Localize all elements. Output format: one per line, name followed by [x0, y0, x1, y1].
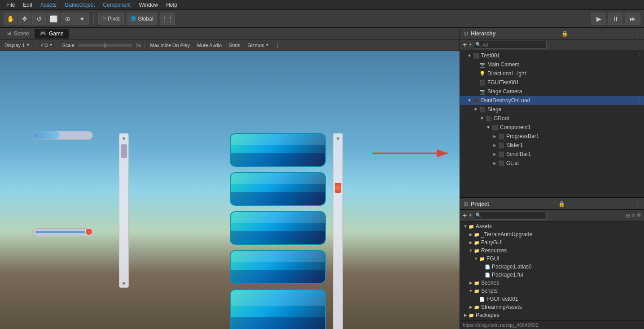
project-tree: ▼ 📁 Assets ▶ 📁 _TerrainAutoUpgrade ▶ 📁 F… [460, 221, 644, 320]
tree-item-test001[interactable]: ▼ ⬛ Test001 ⋮ [460, 51, 644, 60]
rect-tool[interactable]: ⊕ [61, 13, 74, 25]
tree-arrow-stage[interactable]: ▼ [473, 106, 479, 113]
mute-btn[interactable]: Mute Audio [195, 42, 223, 48]
step-button[interactable]: ⏭ [625, 13, 640, 25]
proj-file-icon-atlas0: 📄 [484, 264, 491, 270]
game-toolbar-menu[interactable]: ⋮ [275, 42, 281, 49]
project-menu-icon[interactable]: ⋮ [634, 200, 640, 208]
hierarchy-lock-icon[interactable]: 🔒 [561, 30, 568, 37]
tree-item-groot[interactable]: ▼ ⬛ GRoot [460, 114, 644, 123]
proj-item-fgui[interactable]: ▼ 📁 FGUI [460, 255, 644, 263]
proj-item-packages[interactable]: ▶ 📁 Packages [460, 311, 644, 319]
proj-item-scenes[interactable]: ▶ 📁 Scenes [460, 279, 644, 287]
tree-arrow-progressbar1[interactable]: ▶ [491, 133, 498, 139]
proj-arrow-packages[interactable]: ▶ [463, 312, 468, 318]
proj-arrow-streaming[interactable]: ▶ [468, 304, 473, 310]
tree-item-stage-camera[interactable]: 📷 Stage Camera [460, 87, 644, 96]
menu-assets[interactable]: Assets [37, 1, 60, 9]
hand-tool[interactable]: ✋ [4, 13, 17, 25]
proj-item-resources[interactable]: ▼ 📁 Resources [460, 247, 644, 255]
tree-item-fguitest001[interactable]: ⬛ FGUITest001 [460, 78, 644, 87]
menu-help[interactable]: Help [162, 1, 181, 9]
scroll-up-arrow[interactable]: ▲ [120, 134, 128, 142]
proj-arrow-terrain[interactable]: ▶ [468, 231, 473, 238]
list-button-1[interactable] [230, 133, 326, 167]
proj-item-terrain[interactable]: ▶ 📁 _TerrainAutoUpgrade [460, 230, 644, 238]
tree-item-dontdestroy[interactable]: ▼ ⬛ DontDestroyOnLoad ⋮ [460, 96, 644, 105]
pause-button[interactable]: ⏸ [608, 13, 623, 25]
multi-tool[interactable]: ✦ [75, 13, 89, 25]
scroll-down-arrow[interactable]: ▼ [120, 279, 128, 287]
slider-widget[interactable] [32, 228, 93, 236]
tree-item-stage[interactable]: ▼ ⬛ Stage [460, 105, 644, 114]
tree-item-main-camera[interactable]: 📷 Main Camera [460, 60, 644, 69]
scale-tool[interactable]: ⬜ [47, 13, 60, 25]
play-button[interactable]: ▶ [591, 13, 606, 25]
tree-arrow-dontdestroy[interactable]: ▼ [466, 97, 473, 104]
proj-item-streamingassets[interactable]: ▶ 📁 StreamingAssets [460, 303, 644, 311]
project-view-icon[interactable]: ⊞ [626, 212, 630, 219]
tree-arrow-slider1[interactable]: ▶ [491, 142, 498, 148]
vertical-scrollbar-right[interactable]: ▲ ▼ [333, 133, 343, 329]
grid-button[interactable]: ⋮⋮ [160, 13, 175, 25]
menu-file[interactable]: File [3, 1, 18, 9]
menu-edit[interactable]: Edit [19, 1, 36, 9]
tree-arrow-glist[interactable]: ▶ [491, 160, 498, 166]
proj-item-scripts[interactable]: ▼ 📁 Scripts [460, 287, 644, 295]
proj-arrow-scenes[interactable]: ▶ [468, 280, 473, 286]
list-button-2[interactable] [230, 172, 326, 206]
proj-item-assets[interactable]: ▼ 📁 Assets [460, 222, 644, 230]
ratio-dropdown[interactable]: 4:3 ▼ [39, 42, 54, 48]
proj-arrow-assets[interactable]: ▼ [463, 223, 468, 229]
proj-arrow-resources[interactable]: ▼ [468, 247, 473, 254]
tree-arrow-groot[interactable]: ▼ [479, 115, 485, 121]
scroll-right-up[interactable]: ▲ [334, 134, 342, 142]
proj-item-fairygui[interactable]: ▶ 📁 FairyGUI [460, 238, 644, 247]
proj-item-package1fui[interactable]: 📄 Package1.fui [460, 271, 644, 279]
project-add-button[interactable]: + [463, 212, 467, 219]
tree-item-progressbar1[interactable]: ▶ ⬛ ProgressBar1 [460, 132, 644, 141]
tree-item-component1[interactable]: ▼ ⬛ Component1 [460, 123, 644, 132]
proj-item-package1atlas0[interactable]: 📄 Package1.atlas0 [460, 263, 644, 271]
project-search-input[interactable] [474, 212, 547, 220]
tree-item-glist[interactable]: ▶ ⬛ GList [460, 159, 644, 168]
project-sort-icon[interactable]: ≡ [632, 212, 635, 219]
tree-item-scrollbar1[interactable]: ▶ ⬛ ScrollBar1 [460, 150, 644, 159]
tree-dots-test001[interactable]: ⋮ [636, 52, 642, 59]
proj-arrow-scripts[interactable]: ▼ [468, 288, 473, 294]
proj-arrow-fgui[interactable]: ▼ [473, 255, 479, 262]
global-button[interactable]: 🌐 Global [127, 13, 158, 25]
move-tool[interactable]: ✥ [18, 13, 31, 25]
slider-thumb[interactable] [85, 228, 92, 235]
rotate-tool[interactable]: ↺ [32, 13, 46, 25]
display-dropdown[interactable]: Display 1 ▼ [3, 42, 31, 48]
tab-scene[interactable]: ⊞ Scene [2, 29, 35, 39]
tree-arrow-test001[interactable]: ▼ [466, 52, 473, 59]
tab-game[interactable]: 🎮 Game [35, 29, 69, 39]
hierarchy-menu-icon[interactable]: ⋮ [634, 30, 640, 37]
proj-arrow-fairygui[interactable]: ▶ [468, 239, 473, 246]
vertical-scrollbar-left[interactable]: ▲ ▼ [119, 133, 129, 288]
hierarchy-search-input[interactable] [474, 41, 547, 49]
tree-arrow-component1[interactable]: ▼ [485, 124, 491, 130]
hierarchy-add-button[interactable]: + [463, 41, 467, 48]
list-button-5[interactable] [230, 289, 326, 329]
menu-component[interactable]: Component [99, 1, 134, 9]
tree-dots-dontdestroy[interactable]: ⋮ [636, 97, 642, 104]
list-button-4[interactable] [230, 250, 326, 284]
menu-window[interactable]: Window [135, 1, 162, 9]
proj-item-fguitest001-script[interactable]: 📄 FGUITest001 [460, 295, 644, 303]
project-lock-icon[interactable]: 🔒 [558, 201, 565, 207]
gizmos-dropdown[interactable]: Gizmos ▼ [245, 42, 271, 48]
scroll-thumb-left[interactable] [121, 144, 127, 158]
scroll-thumb-right[interactable] [335, 183, 341, 193]
pivot-button[interactable]: ⊙ Pivot [98, 13, 124, 25]
tree-item-directional-light[interactable]: 💡 Directional Light [460, 69, 644, 78]
list-button-3[interactable] [230, 211, 326, 245]
stats-btn[interactable]: Stats [227, 42, 242, 48]
tree-item-slider1[interactable]: ▶ ⬛ Slider1 [460, 141, 644, 150]
scale-slider[interactable] [78, 44, 132, 47]
tree-arrow-scrollbar1[interactable]: ▶ [491, 151, 498, 157]
menu-gameobject[interactable]: GameObject [61, 1, 98, 9]
maximize-btn[interactable]: Maximize On Play [149, 42, 192, 48]
